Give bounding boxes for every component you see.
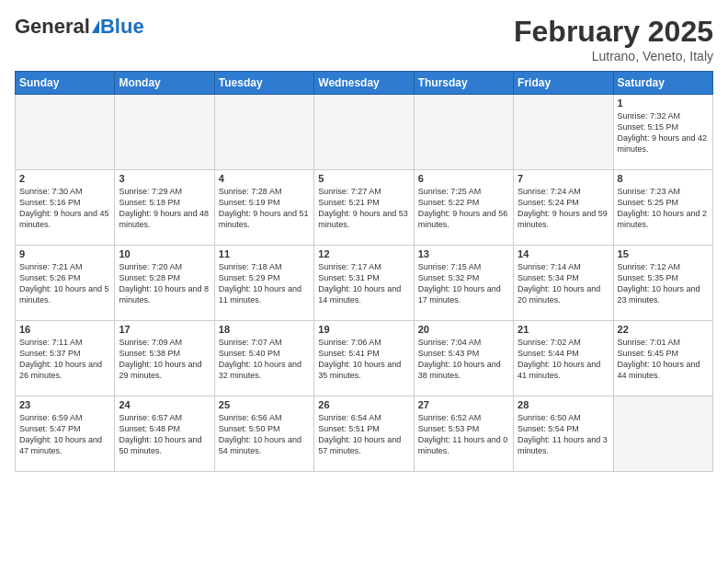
day-number: 22 <box>618 324 709 335</box>
day-info: Sunrise: 7:01 AMSunset: 5:45 PMDaylight:… <box>618 337 709 382</box>
week-row-3: 9Sunrise: 7:21 AMSunset: 5:26 PMDaylight… <box>16 246 713 321</box>
calendar-cell: 21Sunrise: 7:02 AMSunset: 5:44 PMDayligh… <box>514 321 613 396</box>
calendar-cell: 8Sunrise: 7:23 AMSunset: 5:25 PMDaylight… <box>613 170 712 246</box>
weekday-header-saturday: Saturday <box>613 72 712 95</box>
day-info: Sunrise: 7:18 AMSunset: 5:29 PMDaylight:… <box>219 261 310 306</box>
day-info: Sunrise: 7:11 AMSunset: 5:37 PMDaylight:… <box>19 337 110 382</box>
week-row-1: 1Sunrise: 7:32 AMSunset: 5:15 PMDaylight… <box>16 95 713 170</box>
weekday-header-sunday: Sunday <box>16 72 115 95</box>
day-number: 24 <box>119 399 210 410</box>
day-number: 5 <box>318 173 409 184</box>
calendar-cell: 2Sunrise: 7:30 AMSunset: 5:16 PMDaylight… <box>16 170 115 246</box>
logo-icon <box>92 20 99 33</box>
day-number: 14 <box>518 248 609 259</box>
day-number: 15 <box>618 248 709 259</box>
day-number: 16 <box>19 324 110 335</box>
day-info: Sunrise: 7:14 AMSunset: 5:34 PMDaylight:… <box>518 261 609 306</box>
calendar-cell: 26Sunrise: 6:54 AMSunset: 5:51 PMDayligh… <box>314 396 414 472</box>
calendar-cell: 15Sunrise: 7:12 AMSunset: 5:35 PMDayligh… <box>613 246 712 321</box>
day-number: 26 <box>318 399 409 410</box>
day-number: 10 <box>119 248 210 259</box>
day-info: Sunrise: 7:20 AMSunset: 5:28 PMDaylight:… <box>119 261 210 306</box>
calendar-cell <box>214 95 313 170</box>
day-number: 23 <box>19 399 110 410</box>
calendar-cell: 7Sunrise: 7:24 AMSunset: 5:24 PMDaylight… <box>514 170 613 246</box>
calendar-cell: 10Sunrise: 7:20 AMSunset: 5:28 PMDayligh… <box>115 246 214 321</box>
day-number: 6 <box>418 173 509 184</box>
day-info: Sunrise: 7:17 AMSunset: 5:31 PMDaylight:… <box>318 261 409 306</box>
calendar-cell: 20Sunrise: 7:04 AMSunset: 5:43 PMDayligh… <box>414 321 513 396</box>
calendar-table: SundayMondayTuesdayWednesdayThursdayFrid… <box>15 71 713 472</box>
calendar-cell <box>115 95 214 170</box>
calendar-cell: 13Sunrise: 7:15 AMSunset: 5:32 PMDayligh… <box>414 246 513 321</box>
title-block: February 2025 Lutrano, Veneto, Italy <box>514 15 713 63</box>
day-number: 17 <box>119 324 210 335</box>
weekday-header-tuesday: Tuesday <box>214 72 313 95</box>
day-number: 2 <box>19 173 110 184</box>
day-info: Sunrise: 7:23 AMSunset: 5:25 PMDaylight:… <box>618 186 709 231</box>
week-row-4: 16Sunrise: 7:11 AMSunset: 5:37 PMDayligh… <box>16 321 713 396</box>
day-info: Sunrise: 6:56 AMSunset: 5:50 PMDaylight:… <box>219 412 310 457</box>
calendar-cell: 5Sunrise: 7:27 AMSunset: 5:21 PMDaylight… <box>314 170 414 246</box>
day-info: Sunrise: 6:52 AMSunset: 5:53 PMDaylight:… <box>418 412 509 457</box>
day-info: Sunrise: 6:54 AMSunset: 5:51 PMDaylight:… <box>318 412 409 457</box>
day-number: 11 <box>219 248 310 259</box>
calendar-cell: 28Sunrise: 6:50 AMSunset: 5:54 PMDayligh… <box>514 396 613 472</box>
calendar-cell <box>613 396 712 472</box>
day-number: 1 <box>618 98 709 109</box>
logo-general-text: General <box>15 15 90 39</box>
calendar-cell: 6Sunrise: 7:25 AMSunset: 5:22 PMDaylight… <box>414 170 513 246</box>
calendar-cell: 14Sunrise: 7:14 AMSunset: 5:34 PMDayligh… <box>514 246 613 321</box>
day-info: Sunrise: 7:32 AMSunset: 5:15 PMDaylight:… <box>618 110 709 155</box>
calendar-cell: 11Sunrise: 7:18 AMSunset: 5:29 PMDayligh… <box>214 246 313 321</box>
day-number: 4 <box>219 173 310 184</box>
day-number: 21 <box>518 324 609 335</box>
logo: General Blue <box>15 15 144 39</box>
week-row-2: 2Sunrise: 7:30 AMSunset: 5:16 PMDaylight… <box>16 170 713 246</box>
calendar-cell: 12Sunrise: 7:17 AMSunset: 5:31 PMDayligh… <box>314 246 414 321</box>
day-number: 3 <box>119 173 210 184</box>
logo-blue-text: Blue <box>100 15 144 39</box>
day-info: Sunrise: 7:24 AMSunset: 5:24 PMDaylight:… <box>518 186 609 231</box>
day-number: 7 <box>518 173 609 184</box>
calendar-cell: 22Sunrise: 7:01 AMSunset: 5:45 PMDayligh… <box>613 321 712 396</box>
day-info: Sunrise: 6:57 AMSunset: 5:48 PMDaylight:… <box>119 412 210 457</box>
day-info: Sunrise: 7:07 AMSunset: 5:40 PMDaylight:… <box>219 337 310 382</box>
calendar-cell <box>514 95 613 170</box>
day-info: Sunrise: 7:30 AMSunset: 5:16 PMDaylight:… <box>19 186 110 231</box>
day-number: 28 <box>518 399 609 410</box>
weekday-header-friday: Friday <box>514 72 613 95</box>
day-number: 19 <box>318 324 409 335</box>
day-info: Sunrise: 7:27 AMSunset: 5:21 PMDaylight:… <box>318 186 409 231</box>
day-info: Sunrise: 7:12 AMSunset: 5:35 PMDaylight:… <box>618 261 709 306</box>
calendar-cell: 25Sunrise: 6:56 AMSunset: 5:50 PMDayligh… <box>214 396 313 472</box>
weekday-header-row: SundayMondayTuesdayWednesdayThursdayFrid… <box>16 72 713 95</box>
location: Lutrano, Veneto, Italy <box>514 49 713 63</box>
day-info: Sunrise: 7:04 AMSunset: 5:43 PMDaylight:… <box>418 337 509 382</box>
weekday-header-thursday: Thursday <box>414 72 513 95</box>
day-info: Sunrise: 7:02 AMSunset: 5:44 PMDaylight:… <box>518 337 609 382</box>
calendar-cell: 27Sunrise: 6:52 AMSunset: 5:53 PMDayligh… <box>414 396 513 472</box>
day-info: Sunrise: 6:50 AMSunset: 5:54 PMDaylight:… <box>518 412 609 457</box>
day-number: 13 <box>418 248 509 259</box>
day-info: Sunrise: 7:15 AMSunset: 5:32 PMDaylight:… <box>418 261 509 306</box>
calendar-cell: 3Sunrise: 7:29 AMSunset: 5:18 PMDaylight… <box>115 170 214 246</box>
calendar-cell: 18Sunrise: 7:07 AMSunset: 5:40 PMDayligh… <box>214 321 313 396</box>
day-info: Sunrise: 7:06 AMSunset: 5:41 PMDaylight:… <box>318 337 409 382</box>
day-number: 20 <box>418 324 509 335</box>
calendar-cell: 16Sunrise: 7:11 AMSunset: 5:37 PMDayligh… <box>16 321 115 396</box>
calendar-cell: 19Sunrise: 7:06 AMSunset: 5:41 PMDayligh… <box>314 321 414 396</box>
day-info: Sunrise: 7:25 AMSunset: 5:22 PMDaylight:… <box>418 186 509 231</box>
weekday-header-monday: Monday <box>115 72 214 95</box>
calendar-cell: 4Sunrise: 7:28 AMSunset: 5:19 PMDaylight… <box>214 170 313 246</box>
calendar-cell <box>414 95 513 170</box>
day-info: Sunrise: 7:28 AMSunset: 5:19 PMDaylight:… <box>219 186 310 231</box>
day-number: 27 <box>418 399 509 410</box>
calendar-cell: 23Sunrise: 6:59 AMSunset: 5:47 PMDayligh… <box>16 396 115 472</box>
day-number: 18 <box>219 324 310 335</box>
calendar-cell <box>16 95 115 170</box>
weekday-header-wednesday: Wednesday <box>314 72 414 95</box>
day-number: 25 <box>219 399 310 410</box>
calendar-cell <box>314 95 414 170</box>
day-info: Sunrise: 6:59 AMSunset: 5:47 PMDaylight:… <box>19 412 110 457</box>
